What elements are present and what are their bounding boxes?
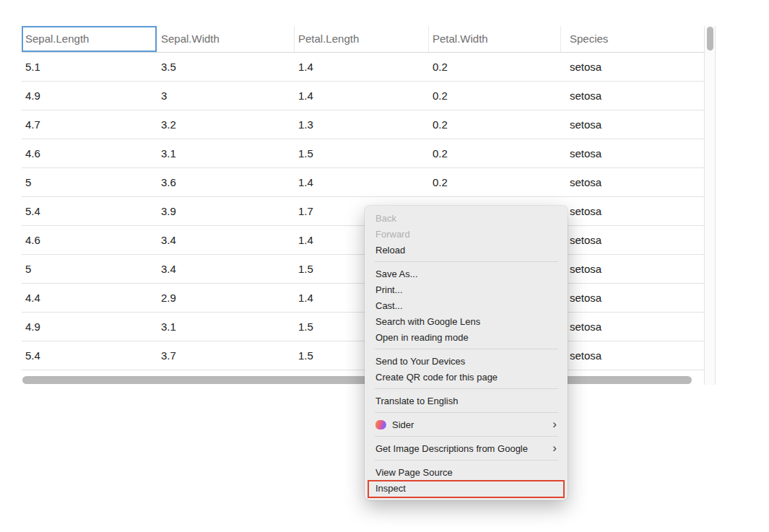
table-cell: setosa: [561, 53, 704, 81]
menu-item-label: Get Image Descriptions from Google: [375, 443, 528, 454]
table-cell: setosa: [561, 313, 704, 341]
table-cell: 1.3: [295, 110, 429, 139]
table-cell: setosa: [561, 226, 704, 254]
menu-item-get-image-descriptions-from-google[interactable]: Get Image Descriptions from Google›: [365, 440, 568, 456]
menu-item-print[interactable]: Print...: [365, 282, 568, 297]
table-cell: 0.2: [429, 53, 561, 81]
focused-header-ring: [22, 26, 157, 52]
submenu-chevron-icon: ›: [552, 441, 557, 455]
column-header-sepal-length[interactable]: Sepal.Length: [22, 26, 157, 52]
table-cell: 1.5: [295, 139, 429, 167]
table-cell: 0.2: [429, 168, 561, 196]
menu-separator: [375, 261, 558, 262]
menu-item-label: Send to Your Devices: [375, 356, 465, 367]
table-row: 5.43.91.7setosa: [22, 197, 704, 226]
menu-item-forward: Forward: [365, 226, 568, 242]
table-cell: 5: [22, 255, 157, 283]
table-row: 4.93.11.5setosa: [22, 313, 704, 341]
menu-separator: [375, 460, 558, 461]
menu-item-label: View Page Source: [375, 467, 453, 478]
vertical-scrollbar-track[interactable]: [704, 26, 716, 385]
table-cell: 3.6: [157, 168, 295, 196]
menu-item-label: Back: [375, 213, 396, 224]
sider-brain-icon: [375, 420, 386, 429]
browser-context-menu: BackForwardReloadSave As...Print...Cast.…: [365, 206, 568, 500]
table-row: 53.41.5setosa: [22, 255, 704, 284]
table-row: 4.63.41.4setosa: [22, 226, 704, 255]
table-cell: 1.4: [295, 82, 429, 110]
table-cell: 0.2: [429, 139, 561, 167]
menu-item-translate-to-english[interactable]: Translate to English: [365, 393, 568, 409]
table-cell: setosa: [561, 110, 704, 139]
menu-item-send-to-your-devices[interactable]: Send to Your Devices: [365, 353, 568, 369]
table-cell: 3.2: [157, 110, 295, 139]
table-cell: 4.7: [22, 110, 157, 139]
table-row: 5.43.71.5setosa: [22, 341, 704, 370]
table-row: 53.61.40.2setosa: [22, 168, 704, 197]
table-row: 4.73.21.30.2setosa: [22, 110, 704, 139]
table-cell: 4.9: [22, 82, 157, 110]
menu-separator: [375, 412, 558, 413]
menu-item-label: Translate to English: [375, 396, 458, 406]
table-cell: 5: [22, 168, 157, 196]
menu-item-reload[interactable]: Reload: [365, 242, 568, 258]
iris-data-table: Sepal.LengthSepal.WidthPetal.LengthPetal…: [22, 26, 704, 370]
table-row: 5.13.51.40.2setosa: [22, 53, 704, 82]
menu-item-label: Reload: [375, 245, 405, 256]
menu-separator: [375, 349, 558, 349]
table-cell: 4.6: [22, 226, 157, 254]
column-header-petal-width[interactable]: Petal.Width: [429, 26, 561, 52]
menu-item-cast[interactable]: Cast...: [365, 297, 568, 313]
menu-item-label: Search with Google Lens: [375, 316, 480, 327]
table-cell: 3.1: [157, 139, 295, 167]
table-cell: setosa: [561, 82, 704, 110]
table-cell: setosa: [561, 168, 704, 196]
table-cell: 3: [157, 82, 295, 110]
menu-item-label: Sider: [392, 419, 414, 430]
menu-item-inspect[interactable]: Inspect: [365, 480, 568, 496]
table-cell: 5.1: [22, 53, 157, 81]
menu-item-label: Inspect: [375, 483, 406, 494]
menu-item-search-with-google-lens[interactable]: Search with Google Lens: [365, 313, 568, 329]
table-cell: 1.4: [295, 168, 429, 196]
menu-separator: [375, 436, 558, 437]
table-cell: setosa: [561, 139, 704, 167]
table-cell: setosa: [561, 197, 704, 225]
menu-item-open-in-reading-mode[interactable]: Open in reading mode: [365, 329, 568, 345]
table-cell: 4.9: [22, 313, 157, 341]
table-row: 4.63.11.50.2setosa: [22, 139, 704, 168]
column-header-species[interactable]: Species: [561, 26, 704, 52]
menu-item-create-qr-code-for-this-page[interactable]: Create QR code for this page: [365, 369, 568, 385]
column-header-petal-length[interactable]: Petal.Length: [295, 26, 429, 52]
table-cell: 5.4: [22, 341, 157, 370]
menu-item-view-page-source[interactable]: View Page Source: [365, 464, 568, 480]
table-row: 4.42.91.4setosa: [22, 284, 704, 313]
table-cell: 2.9: [157, 284, 295, 312]
table-body: 5.13.51.40.2setosa4.931.40.2setosa4.73.2…: [22, 53, 704, 370]
table-cell: 0.2: [429, 110, 561, 139]
menu-item-label: Forward: [375, 229, 410, 240]
menu-item-save-as[interactable]: Save As...: [365, 266, 568, 282]
table-cell: 5.4: [22, 197, 157, 225]
table-cell: 3.1: [157, 313, 295, 341]
menu-item-label: Create QR code for this page: [375, 372, 498, 383]
vertical-scrollbar-thumb[interactable]: [707, 27, 713, 51]
table-cell: setosa: [561, 255, 704, 283]
horizontal-scrollbar-thumb[interactable]: [22, 376, 692, 384]
menu-item-label: Cast...: [375, 300, 403, 311]
menu-item-label: Save As...: [375, 269, 418, 279]
column-header-sepal-width[interactable]: Sepal.Width: [157, 26, 295, 52]
menu-separator: [375, 388, 558, 389]
table-cell: setosa: [561, 341, 704, 370]
submenu-chevron-icon: ›: [552, 417, 557, 432]
menu-item-sider[interactable]: Sider›: [365, 417, 568, 432]
page: { "table": { "columns": [ { "label": "Se…: [0, 0, 769, 532]
menu-item-back: Back: [365, 210, 568, 226]
table-cell: 3.9: [157, 197, 295, 225]
table-cell: 1.4: [295, 53, 429, 81]
table-cell: setosa: [561, 284, 704, 312]
table-cell: 4.6: [22, 139, 157, 167]
table-cell: 3.4: [157, 255, 295, 283]
table-cell: 3.5: [157, 53, 295, 81]
menu-item-label: Open in reading mode: [375, 332, 469, 343]
